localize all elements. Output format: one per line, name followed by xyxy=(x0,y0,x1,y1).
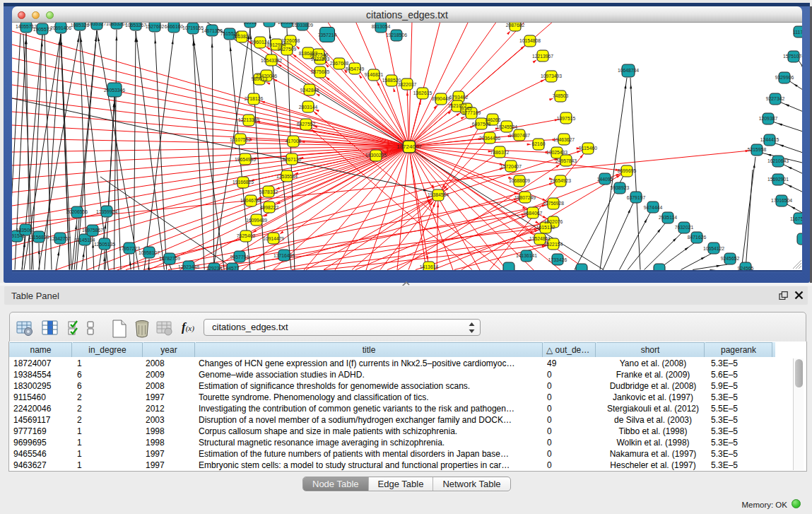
svg-text:11175: 11175 xyxy=(793,30,802,35)
svg-text:1244415: 1244415 xyxy=(760,137,779,142)
svg-text:13716485: 13716485 xyxy=(273,253,295,258)
svg-text:11145194: 11145194 xyxy=(74,238,95,243)
svg-text:9327546: 9327546 xyxy=(310,52,329,57)
svg-text:9245652: 9245652 xyxy=(721,256,740,261)
svg-text:2935114: 2935114 xyxy=(659,215,677,220)
svg-text:7663822: 7663822 xyxy=(233,34,252,39)
svg-text:15720407: 15720407 xyxy=(500,164,522,169)
svg-text:8813054: 8813054 xyxy=(372,24,391,29)
svg-text:7625402: 7625402 xyxy=(237,233,256,238)
svg-text:16033809: 16033809 xyxy=(292,23,313,28)
svg-text:10025433: 10025433 xyxy=(546,150,567,155)
svg-text:417008: 417008 xyxy=(286,139,302,144)
svg-text:13524851: 13524851 xyxy=(529,236,551,241)
svg-text:8267130: 8267130 xyxy=(283,157,302,162)
svg-text:1397515: 1397515 xyxy=(557,116,576,121)
svg-text:19654923: 19654923 xyxy=(550,178,571,183)
svg-text:14136141: 14136141 xyxy=(516,253,537,258)
svg-text:3822037: 3822037 xyxy=(398,82,417,87)
svg-text:16099489: 16099489 xyxy=(246,218,267,223)
svg-text:96312: 96312 xyxy=(244,23,257,25)
svg-text:8471626: 8471626 xyxy=(688,235,707,240)
svg-text:24957843: 24957843 xyxy=(555,158,577,163)
svg-text:16782759: 16782759 xyxy=(159,256,180,261)
svg-text:9457791: 9457791 xyxy=(230,255,249,259)
svg-text:1085326: 1085326 xyxy=(71,23,90,28)
svg-text:4998222: 4998222 xyxy=(260,205,279,210)
svg-text:12213369: 12213369 xyxy=(238,117,259,122)
svg-text:18807249: 18807249 xyxy=(514,195,536,200)
svg-text:2087682: 2087682 xyxy=(506,23,525,28)
svg-text:3226058: 3226058 xyxy=(281,38,300,43)
svg-text:9777169: 9777169 xyxy=(462,110,481,115)
svg-text:2522154: 2522154 xyxy=(544,242,563,247)
svg-text:7357214: 7357214 xyxy=(318,33,337,37)
svg-text:748503: 748503 xyxy=(553,93,569,98)
svg-text:1335061: 1335061 xyxy=(16,228,35,233)
svg-text:10046788: 10046788 xyxy=(240,198,261,203)
svg-text:12923448: 12923448 xyxy=(178,264,199,269)
svg-text:1202076: 1202076 xyxy=(544,219,563,224)
svg-text:1035327: 1035327 xyxy=(88,23,107,26)
svg-text:19654985: 19654985 xyxy=(235,157,256,162)
svg-text:10688609: 10688609 xyxy=(509,178,530,183)
svg-text:1209387: 1209387 xyxy=(759,116,778,121)
svg-text:1413614: 1413614 xyxy=(420,264,439,269)
svg-text:6379197: 6379197 xyxy=(627,195,646,200)
svg-text:160538: 160538 xyxy=(261,23,278,23)
svg-text:6497508: 6497508 xyxy=(472,122,491,127)
svg-text:6793402: 6793402 xyxy=(449,95,469,100)
svg-text:15751074: 15751074 xyxy=(783,54,802,59)
svg-text:20364436: 20364436 xyxy=(479,136,500,141)
svg-text:12213967: 12213967 xyxy=(532,54,553,59)
svg-text:2718126: 2718126 xyxy=(245,96,264,101)
svg-text:9242848: 9242848 xyxy=(300,88,319,93)
svg-text:15692901: 15692901 xyxy=(767,177,789,182)
svg-text:18245534: 18245534 xyxy=(496,124,517,129)
svg-text:10107552: 10107552 xyxy=(230,137,251,142)
svg-text:19384554: 19384554 xyxy=(428,192,449,197)
svg-text:9115460: 9115460 xyxy=(579,146,597,151)
svg-text:10654122: 10654122 xyxy=(703,246,724,251)
svg-text:1615132: 1615132 xyxy=(536,225,555,230)
svg-text:18300295: 18300295 xyxy=(365,153,387,158)
svg-text:10756928: 10756928 xyxy=(543,201,564,206)
svg-text:391541: 391541 xyxy=(12,233,25,238)
svg-text:10653267: 10653267 xyxy=(125,23,146,28)
svg-text:9327509: 9327509 xyxy=(278,47,297,52)
svg-text:17016504: 17016504 xyxy=(771,198,792,203)
svg-text:144095: 144095 xyxy=(597,177,613,182)
svg-text:10154808: 10154808 xyxy=(519,38,541,43)
svg-text:16210643: 16210643 xyxy=(767,158,789,163)
svg-text:8454749: 8454749 xyxy=(346,66,365,71)
svg-text:1362615: 1362615 xyxy=(413,90,433,95)
svg-text:17957223: 17957223 xyxy=(119,246,140,251)
svg-text:10975867: 10975867 xyxy=(82,228,103,233)
svg-text:62160: 62160 xyxy=(532,141,546,146)
svg-text:20053346: 20053346 xyxy=(104,88,125,93)
svg-text:9227342: 9227342 xyxy=(766,96,785,101)
svg-text:9327503: 9327503 xyxy=(311,57,330,62)
svg-text:9146821: 9146821 xyxy=(365,72,384,77)
svg-text:1733426: 1733426 xyxy=(548,257,567,262)
svg-text:18724007: 18724007 xyxy=(396,144,422,150)
svg-text:8990448: 8990448 xyxy=(432,96,451,101)
svg-text:23420046: 23420046 xyxy=(256,74,277,78)
svg-text:5875685: 5875685 xyxy=(311,69,330,74)
svg-text:10853267: 10853267 xyxy=(106,23,127,26)
svg-text:13535584: 13535584 xyxy=(276,174,298,179)
svg-text:10648784: 10648784 xyxy=(618,68,639,73)
svg-text:10958107: 10958107 xyxy=(139,250,160,255)
svg-text:19463627: 19463627 xyxy=(553,137,575,142)
svg-text:12505135: 12505135 xyxy=(94,242,115,247)
svg-text:5878332: 5878332 xyxy=(259,189,278,194)
svg-text:12342757: 12342757 xyxy=(49,236,71,241)
svg-text:20206556: 20206556 xyxy=(66,209,88,214)
svg-text:19166825: 19166825 xyxy=(233,180,254,185)
svg-text:1905572: 1905572 xyxy=(33,27,52,32)
svg-text:2803144: 2803144 xyxy=(299,105,318,110)
svg-text:10807487: 10807487 xyxy=(509,133,530,138)
svg-text:6466160: 6466160 xyxy=(165,24,184,29)
svg-text:9329906: 9329906 xyxy=(775,75,794,80)
svg-text:7886372: 7886372 xyxy=(490,150,510,155)
